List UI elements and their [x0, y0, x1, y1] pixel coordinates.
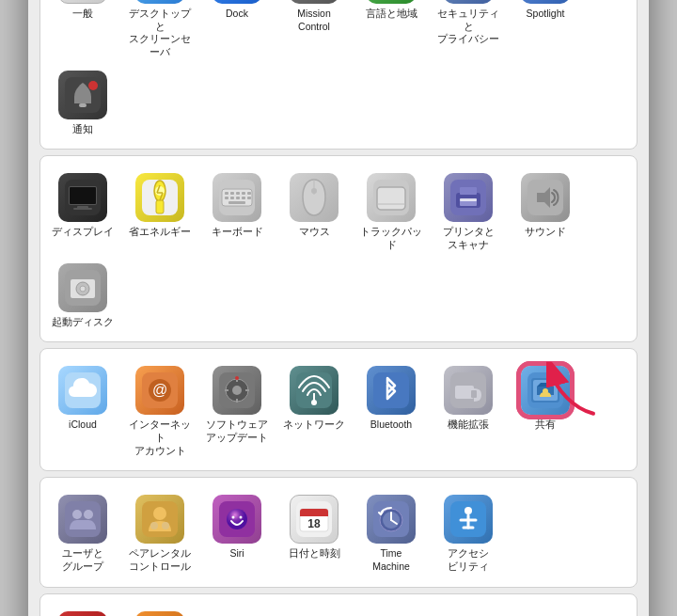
item-network[interactable]: ネットワーク [276, 358, 353, 461]
item-startup[interactable]: 起動ディスク [44, 256, 121, 333]
item-trackpad[interactable]: トラックパッド [353, 166, 430, 255]
svg-rect-51 [156, 200, 164, 213]
label-mission: MissionControl [297, 8, 331, 33]
item-mission[interactable]: MissionControl [276, 0, 353, 63]
label-siri: Siri [229, 547, 244, 561]
svg-rect-58 [230, 192, 234, 195]
label-bluetooth: Bluetooth [370, 419, 412, 432]
section-hardware: ディスプレイ 省エネルギー [39, 155, 638, 342]
icon-desktop [135, 0, 184, 4]
label-user: ユーザとグループ [62, 547, 103, 573]
svg-point-116 [232, 516, 235, 519]
svg-point-83 [80, 286, 86, 292]
label-internet: インターネットアカウント [125, 419, 195, 457]
svg-point-112 [150, 522, 158, 529]
item-printer[interactable]: プリンタとスキャナ [430, 166, 507, 255]
svg-point-50 [155, 186, 165, 196]
item-security[interactable]: 🔒 セキュリティとプライバシー [430, 0, 507, 63]
svg-rect-62 [225, 197, 228, 199]
item-ippan[interactable]: A 一般 [44, 0, 121, 63]
item-icloud[interactable]: iCloud [44, 358, 121, 461]
item-access[interactable]: アクセシビリティ [430, 487, 507, 577]
item-kyoyu[interactable]: 共有 [507, 358, 584, 461]
svg-rect-77 [460, 198, 477, 201]
label-date: 日付と時刻 [289, 547, 340, 561]
svg-point-117 [240, 516, 243, 519]
label-desktop: デスクトップとスクリーンセーバ [125, 8, 195, 59]
section-system: ユーザとグループ ペアレンタルコントロール [39, 477, 638, 587]
icon-mouse [290, 173, 338, 222]
item-gengo[interactable]: 言語と地域 [353, 0, 430, 63]
item-timemachine[interactable]: TimeMachine [353, 487, 430, 577]
svg-rect-61 [247, 192, 251, 195]
item-internet[interactable]: @ インターネットアカウント [121, 358, 198, 461]
svg-point-69 [311, 188, 317, 194]
svg-rect-66 [247, 197, 251, 199]
svg-rect-45 [70, 187, 96, 204]
item-mouse[interactable]: マウス [276, 166, 353, 255]
item-display[interactable]: ディスプレイ [44, 166, 121, 255]
svg-point-95 [235, 376, 239, 380]
icon-energy [135, 173, 184, 222]
label-ippan: 一般 [72, 8, 93, 21]
item-date[interactable]: 18 日付と時刻 [276, 487, 353, 577]
svg-point-90 [232, 386, 242, 395]
item-spotlight[interactable]: Spotlight [507, 0, 584, 63]
svg-point-129 [464, 507, 472, 514]
item-user[interactable]: ユーザとグループ [44, 487, 121, 577]
item-flash[interactable]: Flash Player [44, 604, 121, 616]
item-tsuchi[interactable]: 通知 [44, 63, 121, 140]
label-network: ネットワーク [283, 419, 345, 432]
icon-software [213, 366, 261, 415]
label-icloud: iCloud [69, 419, 97, 432]
item-extension[interactable]: 機能拡張 [430, 358, 507, 461]
icon-printer [444, 173, 493, 222]
svg-rect-71 [377, 187, 405, 210]
icon-date: 18 [290, 495, 338, 544]
content-area: A 一般 [28, 0, 649, 616]
label-energy: 省エネルギー [129, 226, 191, 239]
item-sound[interactable]: サウンド [507, 166, 584, 255]
icon-security: 🔒 [444, 0, 493, 4]
item-desktop[interactable]: デスクトップとスクリーンセーバ [121, 0, 198, 63]
icon-parental [135, 495, 184, 544]
item-software[interactable]: ソフトウェアアップデート [198, 358, 276, 461]
icon-sound [521, 173, 570, 222]
section2-grid: ディスプレイ 省エネルギー [44, 166, 633, 332]
label-dock: Dock [226, 8, 248, 21]
item-keyboard[interactable]: キーボード [198, 166, 276, 255]
icon-siri [213, 495, 261, 544]
svg-point-97 [311, 400, 317, 405]
svg-point-115 [227, 509, 247, 529]
label-gengo: 言語と地域 [366, 8, 417, 21]
label-software: ソフトウェアアップデート [206, 419, 268, 444]
svg-rect-107 [65, 501, 101, 537]
system-preferences-window: ‹ › システム環境設定 [28, 0, 649, 616]
svg-rect-60 [242, 192, 245, 195]
label-display: ディスプレイ [52, 226, 114, 239]
item-parental[interactable]: ペアレンタルコントロール [121, 487, 198, 577]
icon-internet: @ [135, 366, 184, 415]
item-energy[interactable]: 省エネルギー [121, 166, 198, 255]
section-personal: A 一般 [39, 0, 638, 150]
icon-keyboard [213, 173, 261, 222]
svg-rect-59 [236, 192, 240, 195]
item-siri[interactable]: Siri [198, 487, 276, 577]
label-extension: 機能拡張 [448, 419, 489, 432]
svg-rect-57 [225, 192, 228, 195]
icon-access [444, 495, 493, 544]
icon-extension [444, 366, 493, 415]
svg-rect-101 [471, 390, 477, 398]
svg-rect-64 [236, 197, 240, 199]
svg-point-108 [72, 510, 82, 519]
icon-flash [58, 611, 107, 616]
svg-rect-41 [79, 103, 87, 107]
item-dock[interactable]: Dock [198, 0, 276, 63]
svg-rect-47 [73, 208, 92, 210]
svg-rect-67 [228, 201, 245, 204]
item-bluetooth[interactable]: Bluetooth [353, 358, 430, 461]
label-security: セキュリティとプライバシー [433, 8, 503, 46]
item-music[interactable]: ミュージックマネージャ [121, 604, 198, 616]
label-mouse: マウス [299, 226, 330, 239]
icon-dock [213, 0, 261, 4]
